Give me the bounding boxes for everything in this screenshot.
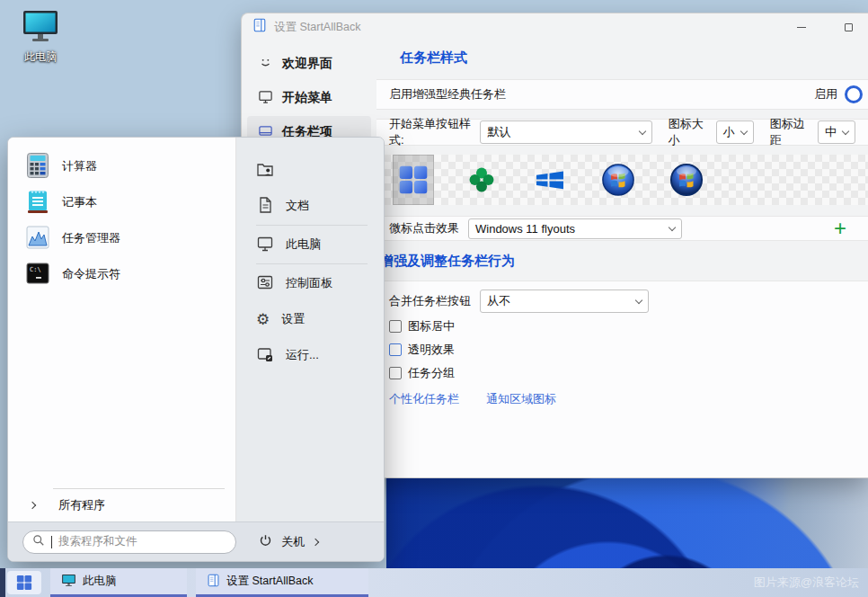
document-icon	[256, 196, 274, 217]
checkbox-row-task-grouping: 任务分组	[389, 361, 455, 384]
smiley-icon	[258, 55, 273, 73]
start-menu-places: 文档 此电脑	[236, 138, 384, 521]
behavior-card: 合并任务栏按钮 从不 图标居中 透明效果	[376, 281, 868, 477]
enable-classic-taskbar-row: 启用增强型经典任务栏 启用	[376, 79, 868, 110]
menu-item-this-pc[interactable]: 此电脑	[256, 227, 384, 263]
sidebar-item-label: 开始菜单	[282, 90, 332, 106]
desktop-icon-this-pc[interactable]: 此电脑	[11, 9, 70, 65]
logo-click-effect-row: 微标点击效果 Windows 11 flyouts +	[376, 216, 868, 241]
windows-11-logo	[16, 575, 32, 591]
logo-click-label: 微标点击效果	[389, 220, 459, 236]
start-menu-bottom-bar: 搜索程序和文件 关机	[8, 521, 384, 561]
heading-behavior: 增强及调整任务栏行为	[380, 253, 868, 271]
logo-click-select[interactable]: Windows 11 flyouts	[468, 218, 682, 239]
menu-item-documents[interactable]: 文档	[256, 188, 384, 224]
svg-text:C:\: C:\	[30, 266, 41, 273]
menu-item-task-manager[interactable]: 任务管理器	[17, 220, 228, 256]
sidebar-item-welcome[interactable]: 欢迎界面	[247, 48, 371, 80]
icon-size-select[interactable]: 小	[716, 120, 754, 144]
menu-item-user-folder[interactable]	[256, 152, 384, 188]
style-option-windows-11[interactable]	[393, 155, 434, 205]
icon-size-label: 图标大小	[669, 116, 709, 148]
chevron-down-icon	[669, 224, 676, 231]
clover-logo	[467, 165, 496, 194]
monitor-icon	[258, 89, 273, 107]
book-icon	[207, 574, 220, 590]
transparency-checkbox[interactable]	[389, 343, 402, 356]
sidebar-item-label: 欢迎界面	[282, 56, 332, 72]
style-option-clover[interactable]	[461, 155, 502, 205]
menu-item-calculator[interactable]: 计算器	[17, 148, 228, 184]
start-button-style-picker	[376, 155, 868, 205]
taskbar: 此电脑 设置 StartAllBack	[0, 568, 868, 597]
center-icons-checkbox[interactable]	[389, 320, 402, 333]
settings-content: 任务栏样式 启用增强型经典任务栏 启用 开始菜单按钮样式: 默认 图标大小 小	[376, 40, 868, 477]
checkbox-row-center-icons: 图标居中	[389, 315, 455, 337]
command-prompt-icon: C:\	[24, 260, 51, 290]
menu-item-run[interactable]: 运行...	[256, 337, 384, 373]
task-grouping-checkbox[interactable]	[389, 367, 402, 379]
user-folder-icon	[256, 160, 274, 181]
heading-taskbar-style: 任务栏样式	[400, 49, 868, 67]
chevron-down-icon	[842, 128, 849, 135]
enable-row-label: 启用增强型经典任务栏	[389, 86, 506, 102]
style-row-label: 开始菜单按钮样式:	[389, 116, 473, 148]
text-caret	[51, 536, 52, 548]
icon-margin-label: 图标边距	[770, 116, 810, 148]
sidebar-item-start-menu[interactable]: 开始菜单	[247, 82, 371, 114]
calculator-icon	[24, 152, 51, 182]
windows-vista-orb	[669, 163, 704, 197]
link-notification-area-icons[interactable]: 通知区域图标	[486, 391, 556, 407]
window-titlebar[interactable]: 设置 StartAllBack	[242, 13, 868, 40]
link-personalize-taskbar[interactable]: 个性化任务栏	[389, 391, 459, 407]
taskbar-task-this-pc[interactable]: 此电脑	[50, 568, 187, 597]
chevron-down-icon	[740, 128, 748, 135]
icon-margin-select[interactable]: 中	[818, 120, 855, 144]
shutdown-button[interactable]: 关机	[258, 533, 318, 551]
chevron-right-icon	[29, 502, 36, 509]
start-menu-programs: 计算器 记事本	[8, 138, 236, 521]
start-menu: 计算器 记事本	[7, 137, 385, 562]
maximize-icon	[845, 23, 853, 31]
menu-item-control-panel[interactable]: 控制面板	[256, 265, 384, 301]
pc-icon	[21, 9, 60, 47]
desktop-icon-label: 此电脑	[24, 49, 57, 65]
menu-item-settings[interactable]: ⚙ 设置	[256, 301, 384, 337]
power-icon	[258, 533, 273, 551]
enable-toggle[interactable]	[845, 85, 863, 103]
style-option-windows-10[interactable]	[529, 155, 571, 205]
combine-label: 合并任务栏按钮	[389, 293, 471, 309]
windows-11-logo	[398, 165, 429, 195]
menu-item-notepad[interactable]: 记事本	[17, 184, 228, 220]
combine-select[interactable]: 从不	[480, 290, 649, 313]
task-manager-icon	[24, 224, 51, 254]
taskbar-task-startallback[interactable]: 设置 StartAllBack	[196, 568, 368, 597]
search-icon	[32, 534, 45, 550]
add-button[interactable]: +	[834, 219, 846, 237]
checkbox-row-transparency: 透明效果	[389, 338, 455, 361]
notepad-icon	[24, 188, 51, 218]
gear-icon: ⚙	[256, 312, 270, 327]
windows-7-orb	[601, 163, 635, 197]
maximize-button[interactable]	[828, 14, 868, 40]
minimize-button[interactable]	[782, 14, 821, 40]
menu-separator	[256, 263, 368, 264]
pc-icon	[61, 574, 76, 590]
search-placeholder: 搜索程序和文件	[58, 534, 137, 549]
watermark: 图片来源@浪客论坛	[754, 575, 859, 591]
menu-item-command-prompt[interactable]: C:\ 命令提示符	[17, 256, 228, 292]
windows-10-logo	[535, 168, 565, 192]
search-input[interactable]: 搜索程序和文件	[22, 530, 236, 554]
all-programs-button[interactable]: 所有程序	[17, 489, 228, 521]
style-option-windows-vista[interactable]	[666, 155, 707, 205]
style-select[interactable]: 默认	[480, 120, 651, 144]
window-title: 设置 StartAllBack	[274, 20, 361, 35]
menu-separator	[256, 225, 368, 226]
enable-action-label: 启用	[814, 86, 837, 102]
pc-icon	[256, 235, 274, 255]
minimize-icon	[797, 27, 806, 28]
start-button[interactable]	[7, 571, 41, 594]
style-option-windows-7[interactable]	[598, 155, 639, 205]
chevron-right-icon	[312, 538, 319, 545]
control-panel-icon	[256, 273, 274, 294]
